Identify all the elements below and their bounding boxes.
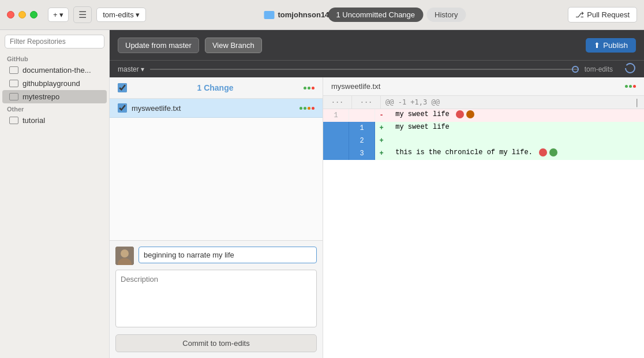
diff-row-added-2: 2 + bbox=[323, 135, 644, 147]
diff-content: 1 - my sweet life 1 + my sweet life bbox=[323, 109, 644, 358]
tab-uncommitted-changes[interactable]: 1 Uncommitted Change bbox=[328, 8, 423, 22]
sidebar-item-tutorial[interactable]: tutorial bbox=[2, 114, 107, 127]
file-checkbox[interactable] bbox=[118, 103, 127, 113]
diff-old-num-empty bbox=[323, 122, 349, 135]
fullscreen-button[interactable] bbox=[30, 11, 38, 18]
diff-old-num-empty-3 bbox=[323, 147, 349, 160]
folder-icon bbox=[264, 11, 275, 19]
diff-new-num-3: 3 bbox=[349, 147, 375, 160]
commit-message-row bbox=[115, 247, 317, 265]
publish-button[interactable]: ⬆ Publish bbox=[586, 38, 636, 53]
commit-message-input[interactable] bbox=[138, 247, 317, 263]
content-area: Update from master View Branch ⬆ Publish… bbox=[110, 30, 644, 358]
other-section-label: Other bbox=[0, 103, 109, 114]
diff-sign-minus: - bbox=[375, 109, 388, 122]
titlebar-right: ⎇ Pull Request bbox=[568, 7, 637, 23]
avatar-image bbox=[115, 247, 134, 265]
titlebar: + ▾ ☰ tom-edits ▾ tomjohnson1492/mytestr… bbox=[0, 0, 644, 30]
commit-area: Commit to tom-edits bbox=[110, 240, 323, 358]
diff-code-added-1: my sweet life bbox=[388, 122, 644, 135]
emoji-orange bbox=[466, 110, 474, 118]
diff-header: mysweetlife.txt bbox=[323, 77, 644, 96]
diff-row-removed: 1 - my sweet life bbox=[323, 109, 644, 122]
pull-request-button[interactable]: ⎇ Pull Request bbox=[568, 7, 637, 23]
cursor-indicator: | bbox=[635, 98, 639, 107]
file-item-mysweetlife[interactable]: mysweetlife.txt bbox=[110, 99, 323, 118]
sidebar: GitHub documentation-the... githubplaygr… bbox=[0, 30, 110, 358]
changes-list-empty bbox=[110, 118, 323, 240]
toolbar: Update from master View Branch ⬆ Publish bbox=[110, 30, 644, 60]
diff-new-num-2: 2 bbox=[349, 135, 375, 147]
panels: 1 Change mysweetlife.txt bbox=[110, 77, 644, 358]
sidebar-toggle-button[interactable]: ☰ bbox=[73, 6, 92, 23]
changes-header: 1 Change bbox=[110, 77, 323, 99]
diff-new-num-1: 1 bbox=[349, 122, 375, 135]
diff-panel: mysweetlife.txt ··· ··· @@ -1 +1,3 @@ | bbox=[323, 77, 644, 358]
pull-request-icon: ⎇ bbox=[575, 10, 584, 19]
diff-old-num-empty-2 bbox=[323, 135, 349, 147]
diff-old-num-1: 1 bbox=[323, 109, 349, 122]
minimize-button[interactable] bbox=[18, 11, 26, 18]
filter-repositories-input[interactable] bbox=[5, 35, 104, 49]
diff-hunk-header: @@ -1 +1,3 @@ bbox=[381, 96, 621, 109]
update-from-master-button[interactable]: Update from master bbox=[118, 38, 199, 53]
main-area: GitHub documentation-the... githubplaygr… bbox=[0, 30, 644, 358]
diff-row-added-1: 1 + my sweet life bbox=[323, 122, 644, 135]
master-branch-name: master ▾ bbox=[118, 65, 144, 73]
refresh-icon bbox=[624, 62, 636, 74]
view-branch-button[interactable]: View Branch bbox=[205, 38, 262, 53]
emoji-green bbox=[549, 148, 557, 156]
commit-description-textarea[interactable] bbox=[115, 270, 317, 327]
emoji-red-2 bbox=[539, 148, 547, 156]
diff-code-added-3: this is the chronicle of my life. bbox=[388, 147, 644, 160]
avatar bbox=[115, 247, 134, 265]
change-count: 1 Change bbox=[127, 83, 304, 92]
diff-new-num-empty bbox=[349, 109, 375, 122]
diff-sign-plus-3: + bbox=[375, 147, 388, 160]
repo-name: documentation-the... bbox=[23, 66, 91, 74]
diff-col-dots2: ··· bbox=[352, 96, 381, 109]
close-button[interactable] bbox=[7, 11, 14, 18]
github-section-label: GitHub bbox=[0, 53, 109, 64]
svg-point-2 bbox=[121, 249, 129, 258]
repo-icon bbox=[9, 80, 18, 87]
branch-bar: master ▾ tom-edits bbox=[110, 60, 644, 77]
traffic-lights bbox=[7, 11, 38, 18]
sidebar-item-documentation[interactable]: documentation-the... bbox=[2, 64, 107, 77]
tom-edits-branch-name: tom-edits bbox=[585, 65, 613, 73]
header-dots-icon bbox=[304, 87, 314, 90]
repo-name: githubplayground bbox=[23, 79, 80, 88]
select-all-checkbox[interactable] bbox=[118, 83, 127, 92]
branch-selector[interactable]: tom-edits ▾ bbox=[96, 8, 146, 22]
diff-header-dots bbox=[625, 85, 636, 88]
emoji-red bbox=[456, 110, 464, 118]
sidebar-item-githubplayground[interactable]: githubplayground bbox=[2, 77, 107, 90]
diff-code-added-2 bbox=[388, 135, 644, 147]
file-name: mysweetlife.txt bbox=[132, 104, 295, 113]
repo-name: tutorial bbox=[23, 116, 45, 125]
repo-icon bbox=[9, 117, 18, 124]
diff-subheader: ··· ··· @@ -1 +1,3 @@ | bbox=[323, 96, 644, 109]
add-button[interactable]: + ▾ bbox=[48, 8, 69, 22]
diff-code-removed: my sweet life bbox=[388, 109, 644, 122]
diff-col-dots1: ··· bbox=[323, 96, 352, 109]
repo-icon bbox=[9, 66, 18, 74]
changes-panel: 1 Change mysweetlife.txt bbox=[110, 77, 323, 358]
diff-sign-plus-2: + bbox=[375, 135, 388, 147]
file-dots-icon bbox=[299, 107, 314, 110]
publish-icon: ⬆ bbox=[594, 41, 600, 50]
titlebar-left: + ▾ ☰ tom-edits ▾ bbox=[7, 6, 146, 23]
repo-icon bbox=[9, 93, 18, 100]
diff-row-added-3: 3 + this is the chronicle of my life. bbox=[323, 147, 644, 160]
svg-point-0 bbox=[626, 64, 635, 73]
branch-line bbox=[150, 69, 579, 70]
sidebar-item-mytestrepo[interactable]: mytestrepo bbox=[2, 90, 107, 103]
repo-name: mytestrepo bbox=[23, 92, 59, 101]
commit-button[interactable]: Commit to tom-edits bbox=[115, 334, 317, 352]
tab-history[interactable]: History bbox=[426, 8, 466, 22]
diff-sign-plus-1: + bbox=[375, 122, 388, 135]
diff-filename: mysweetlife.txt bbox=[331, 82, 380, 91]
